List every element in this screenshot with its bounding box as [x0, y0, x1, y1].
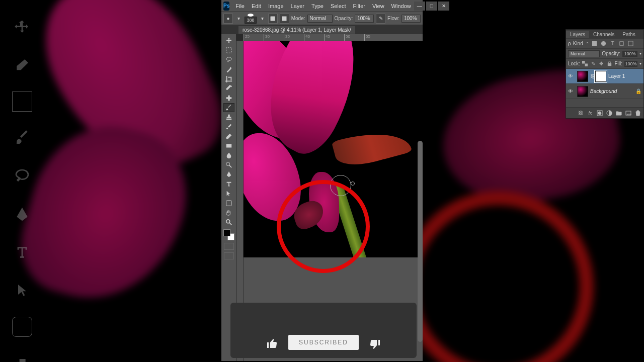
screenmode-toggle[interactable]	[224, 252, 234, 259]
opacity-input[interactable]: 100%	[355, 15, 374, 23]
brush-settings-icon[interactable]	[280, 14, 289, 24]
brush-tool[interactable]	[223, 103, 234, 112]
marquee-tool[interactable]	[223, 46, 234, 55]
scrollbar[interactable]	[418, 141, 423, 342]
svg-point-12	[601, 41, 606, 46]
dodge-tool[interactable]	[223, 160, 234, 169]
lasso-tool[interactable]	[223, 55, 234, 64]
new-layer-icon[interactable]	[625, 110, 632, 117]
brush-panel-icon[interactable]	[268, 14, 278, 24]
shape-tool[interactable]	[223, 199, 234, 208]
eraser-tool[interactable]	[223, 132, 234, 141]
brush-size-input[interactable]: 388	[245, 17, 257, 24]
eyedropper-tool[interactable]	[223, 84, 234, 93]
wand-tool[interactable]	[223, 65, 234, 74]
tab-bar: rose-320868.jpg @ 4.11% (Layer 1, Layer …	[221, 25, 423, 34]
stamp-tool[interactable]	[223, 113, 234, 122]
zoom-tool[interactable]	[223, 218, 234, 227]
layer-thumb[interactable]	[577, 86, 588, 97]
lock-paint-icon[interactable]: ✎	[590, 60, 596, 67]
flow-input[interactable]: 100%	[401, 15, 421, 23]
layer-opacity-label: Opacity:	[602, 51, 620, 56]
menu-select[interactable]: Select	[328, 2, 349, 10]
blur-tool[interactable]	[223, 151, 234, 160]
maximize-button[interactable]: □	[426, 2, 437, 11]
layer-opacity-input[interactable]: 100%	[622, 51, 637, 57]
link-layers-icon[interactable]: ⛓	[577, 110, 584, 117]
filter-shape-icon[interactable]	[618, 40, 625, 47]
filter-smart-icon[interactable]	[627, 40, 634, 47]
close-button[interactable]: ✕	[438, 2, 449, 11]
blend-mode-select[interactable]: Normal	[307, 15, 333, 23]
lock-trans-icon[interactable]	[582, 60, 588, 67]
fill-input[interactable]: 100%	[624, 61, 637, 67]
lock-all-icon[interactable]	[606, 60, 612, 67]
filter-type-icon[interactable]: T	[609, 40, 616, 47]
path-select-tool[interactable]	[223, 189, 234, 198]
menu-layer[interactable]: Layer	[288, 2, 308, 10]
layer-blend-select[interactable]: Normal	[568, 50, 600, 57]
adjustment-icon[interactable]	[606, 110, 613, 117]
svg-rect-5	[282, 16, 287, 21]
menu-filter[interactable]: Filter	[350, 2, 368, 10]
history-brush-tool[interactable]	[223, 122, 234, 131]
menu-window[interactable]: Window	[388, 2, 414, 10]
tab-layers[interactable]: Layers	[566, 31, 589, 38]
minimize-button[interactable]: —	[414, 2, 425, 11]
pen-tool[interactable]	[223, 170, 234, 179]
healing-tool[interactable]	[223, 94, 234, 103]
visibility-icon[interactable]: 👁	[568, 73, 575, 79]
gradient-tool[interactable]	[223, 141, 234, 150]
lock-icon: 🔒	[635, 88, 641, 94]
tab-channels[interactable]: Channels	[589, 31, 618, 38]
hand-tool-icon	[10, 351, 34, 362]
mode-label: Mode:	[291, 16, 305, 21]
layer-mask-thumb[interactable]	[595, 71, 606, 82]
layer-row-bg[interactable]: 👁 Background 🔒	[566, 84, 643, 99]
pen-tool-icon	[10, 202, 34, 226]
tool-preset-dropdown[interactable]: ▾	[235, 14, 243, 23]
visibility-icon[interactable]: 👁	[568, 88, 575, 94]
menu-edit[interactable]: Edit	[249, 2, 264, 10]
layer-name[interactable]: Background	[590, 88, 617, 94]
crop-tool[interactable]	[223, 74, 234, 83]
delete-icon[interactable]	[634, 110, 641, 117]
filter-adjust-icon[interactable]	[600, 40, 607, 47]
brush-dropdown[interactable]: ▾	[259, 14, 266, 23]
menu-image[interactable]: Image	[265, 2, 287, 10]
panel-bottom-bar: ⛓ fx	[566, 107, 643, 118]
thumbs-up-icon[interactable]	[266, 338, 278, 350]
fill-label: Fill:	[614, 61, 622, 66]
lock-label: Lock:	[568, 61, 580, 66]
subscribe-button[interactable]: SUBSCRIBED	[288, 335, 359, 350]
type-tool[interactable]	[223, 179, 234, 189]
group-icon[interactable]	[615, 110, 622, 117]
document-tab[interactable]: rose-320868.jpg @ 4.11% (Layer 1, Layer …	[238, 26, 355, 34]
tab-paths[interactable]: Paths	[618, 31, 639, 38]
eraser-tool-icon	[10, 53, 34, 77]
layer-row-1[interactable]: 👁 ⛓ Layer 1	[566, 69, 643, 84]
svg-rect-16	[585, 64, 588, 67]
mask-icon[interactable]	[596, 110, 603, 117]
fx-icon[interactable]: fx	[587, 110, 594, 117]
menu-file[interactable]: File	[232, 2, 248, 10]
quickmask-toggle[interactable]	[224, 243, 234, 250]
titlebar: Ps File Edit Image Layer Type Select Fil…	[221, 0, 423, 12]
color-swatch-icon	[12, 92, 32, 112]
tool-preset-icon[interactable]: ●	[223, 14, 233, 24]
options-bar: ● ▾ 388 ▾ Mode: Normal Opacity: 100% ✎ F…	[221, 12, 423, 25]
layer-name[interactable]: Layer 1	[608, 73, 625, 79]
layer-thumb[interactable]	[577, 71, 588, 82]
move-tool-icon	[10, 15, 34, 39]
svg-rect-9	[226, 201, 231, 206]
menu-type[interactable]: Type	[308, 2, 327, 10]
menu-view[interactable]: View	[369, 2, 387, 10]
lock-pos-icon[interactable]: ✥	[598, 60, 604, 67]
pressure-opacity-icon[interactable]: ✎	[376, 14, 385, 24]
move-tool[interactable]	[223, 36, 234, 45]
hand-tool[interactable]	[223, 208, 234, 217]
canvas-image[interactable]	[244, 41, 423, 257]
thumbs-down-icon[interactable]	[369, 338, 381, 350]
color-swatches[interactable]	[223, 229, 234, 240]
filter-pixel-icon[interactable]	[591, 40, 598, 47]
